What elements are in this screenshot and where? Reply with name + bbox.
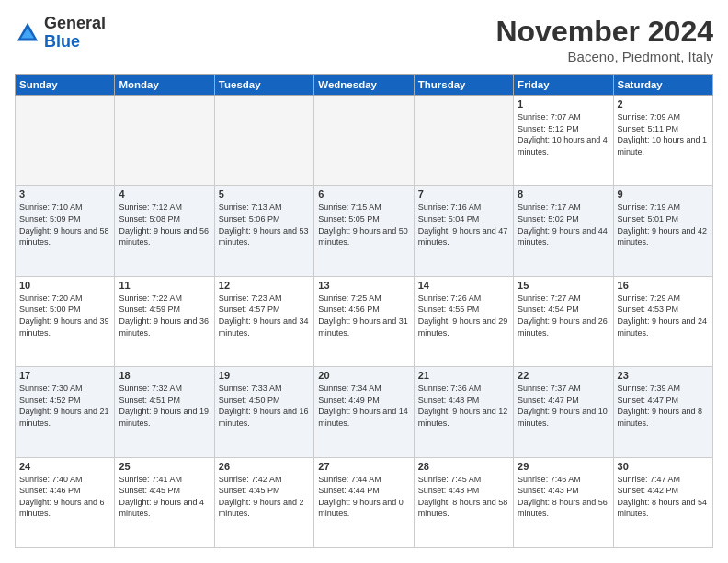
calendar-cell-0-3 xyxy=(314,96,414,186)
day-info: Sunrise: 7:20 AMSunset: 5:00 PMDaylight:… xyxy=(19,293,110,339)
day-info: Sunrise: 7:25 AMSunset: 4:56 PMDaylight:… xyxy=(318,293,409,339)
calendar-cell-3-5: 22Sunrise: 7:37 AMSunset: 4:47 PMDayligh… xyxy=(514,367,613,457)
calendar-cell-3-1: 18Sunrise: 7:32 AMSunset: 4:51 PMDayligh… xyxy=(115,367,214,457)
day-info: Sunrise: 7:30 AMSunset: 4:52 PMDaylight:… xyxy=(19,383,110,429)
col-thursday: Thursday xyxy=(414,75,513,96)
col-friday: Friday xyxy=(514,75,613,96)
calendar-cell-4-3: 27Sunrise: 7:44 AMSunset: 4:44 PMDayligh… xyxy=(314,457,414,547)
day-info: Sunrise: 7:42 AMSunset: 4:45 PMDaylight:… xyxy=(219,474,310,520)
day-info: Sunrise: 7:46 AMSunset: 4:43 PMDaylight:… xyxy=(518,474,609,520)
week-row-3: 10Sunrise: 7:20 AMSunset: 5:00 PMDayligh… xyxy=(16,276,713,366)
day-number: 21 xyxy=(418,370,509,381)
day-info: Sunrise: 7:32 AMSunset: 4:51 PMDaylight:… xyxy=(119,383,210,429)
calendar-cell-3-0: 17Sunrise: 7:30 AMSunset: 4:52 PMDayligh… xyxy=(16,367,115,457)
calendar-cell-3-6: 23Sunrise: 7:39 AMSunset: 4:47 PMDayligh… xyxy=(613,367,712,457)
calendar-cell-1-6: 9Sunrise: 7:19 AMSunset: 5:01 PMDaylight… xyxy=(613,186,712,276)
calendar-cell-2-5: 15Sunrise: 7:27 AMSunset: 4:54 PMDayligh… xyxy=(514,276,613,366)
col-sunday: Sunday xyxy=(16,75,115,96)
day-info: Sunrise: 7:07 AMSunset: 5:12 PMDaylight:… xyxy=(518,111,609,157)
day-info: Sunrise: 7:16 AMSunset: 5:04 PMDaylight:… xyxy=(418,201,509,247)
day-info: Sunrise: 7:19 AMSunset: 5:01 PMDaylight:… xyxy=(618,201,709,247)
day-info: Sunrise: 7:44 AMSunset: 4:44 PMDaylight:… xyxy=(318,474,409,520)
day-number: 12 xyxy=(219,280,310,291)
calendar-cell-2-4: 14Sunrise: 7:26 AMSunset: 4:55 PMDayligh… xyxy=(414,276,513,366)
calendar-cell-2-2: 12Sunrise: 7:23 AMSunset: 4:57 PMDayligh… xyxy=(214,276,313,366)
day-number: 4 xyxy=(119,189,210,200)
calendar-table: Sunday Monday Tuesday Wednesday Thursday… xyxy=(15,74,713,548)
calendar-cell-4-0: 24Sunrise: 7:40 AMSunset: 4:46 PMDayligh… xyxy=(16,457,115,547)
calendar-cell-0-4 xyxy=(414,96,513,186)
calendar-cell-0-0 xyxy=(16,96,115,186)
calendar-page: General Blue November 2024 Baceno, Piedm… xyxy=(0,0,728,563)
day-info: Sunrise: 7:27 AMSunset: 4:54 PMDaylight:… xyxy=(518,293,609,339)
day-number: 19 xyxy=(219,370,310,381)
calendar-cell-0-5: 1Sunrise: 7:07 AMSunset: 5:12 PMDaylight… xyxy=(514,96,613,186)
day-number: 3 xyxy=(19,189,110,200)
day-info: Sunrise: 7:12 AMSunset: 5:08 PMDaylight:… xyxy=(119,201,210,247)
day-info: Sunrise: 7:26 AMSunset: 4:55 PMDaylight:… xyxy=(418,293,509,339)
day-number: 5 xyxy=(219,189,310,200)
day-number: 24 xyxy=(19,461,110,472)
day-info: Sunrise: 7:41 AMSunset: 4:45 PMDaylight:… xyxy=(119,474,210,520)
week-row-2: 3Sunrise: 7:10 AMSunset: 5:09 PMDaylight… xyxy=(16,186,713,276)
calendar-cell-2-3: 13Sunrise: 7:25 AMSunset: 4:56 PMDayligh… xyxy=(314,276,414,366)
day-info: Sunrise: 7:47 AMSunset: 4:42 PMDaylight:… xyxy=(618,474,709,520)
day-info: Sunrise: 7:37 AMSunset: 4:47 PMDaylight:… xyxy=(518,383,609,429)
day-info: Sunrise: 7:09 AMSunset: 5:11 PMDaylight:… xyxy=(618,111,709,157)
day-number: 11 xyxy=(119,280,210,291)
calendar-cell-3-4: 21Sunrise: 7:36 AMSunset: 4:48 PMDayligh… xyxy=(414,367,513,457)
calendar-cell-4-5: 29Sunrise: 7:46 AMSunset: 4:43 PMDayligh… xyxy=(514,457,613,547)
day-number: 23 xyxy=(618,370,709,381)
calendar-cell-4-4: 28Sunrise: 7:45 AMSunset: 4:43 PMDayligh… xyxy=(414,457,513,547)
logo-blue-text: Blue xyxy=(44,32,80,51)
week-row-5: 24Sunrise: 7:40 AMSunset: 4:46 PMDayligh… xyxy=(16,457,713,547)
day-number: 27 xyxy=(318,461,409,472)
day-info: Sunrise: 7:34 AMSunset: 4:49 PMDaylight:… xyxy=(318,383,409,429)
day-number: 1 xyxy=(518,98,609,109)
day-number: 15 xyxy=(518,280,609,291)
calendar-cell-0-1 xyxy=(115,96,214,186)
day-number: 16 xyxy=(618,280,709,291)
day-number: 22 xyxy=(518,370,609,381)
day-number: 30 xyxy=(618,461,709,472)
calendar-header-row: Sunday Monday Tuesday Wednesday Thursday… xyxy=(16,75,713,96)
col-monday: Monday xyxy=(115,75,214,96)
day-number: 17 xyxy=(19,370,110,381)
calendar-cell-2-1: 11Sunrise: 7:22 AMSunset: 4:59 PMDayligh… xyxy=(115,276,214,366)
day-number: 25 xyxy=(119,461,210,472)
calendar-cell-1-1: 4Sunrise: 7:12 AMSunset: 5:08 PMDaylight… xyxy=(115,186,214,276)
day-info: Sunrise: 7:33 AMSunset: 4:50 PMDaylight:… xyxy=(219,383,310,429)
logo-general-text: General xyxy=(44,14,106,32)
week-row-4: 17Sunrise: 7:30 AMSunset: 4:52 PMDayligh… xyxy=(16,367,713,457)
calendar-cell-3-3: 20Sunrise: 7:34 AMSunset: 4:49 PMDayligh… xyxy=(314,367,414,457)
header: General Blue November 2024 Baceno, Piedm… xyxy=(15,15,713,64)
day-number: 20 xyxy=(318,370,409,381)
calendar-cell-2-0: 10Sunrise: 7:20 AMSunset: 5:00 PMDayligh… xyxy=(16,276,115,366)
day-info: Sunrise: 7:36 AMSunset: 4:48 PMDaylight:… xyxy=(418,383,509,429)
day-number: 13 xyxy=(318,280,409,291)
title-block: November 2024 Baceno, Piedmont, Italy xyxy=(495,15,713,64)
day-info: Sunrise: 7:29 AMSunset: 4:53 PMDaylight:… xyxy=(618,293,709,339)
month-title: November 2024 xyxy=(495,15,713,49)
day-number: 7 xyxy=(418,189,509,200)
calendar-cell-1-0: 3Sunrise: 7:10 AMSunset: 5:09 PMDaylight… xyxy=(16,186,115,276)
calendar-cell-1-2: 5Sunrise: 7:13 AMSunset: 5:06 PMDaylight… xyxy=(214,186,313,276)
day-info: Sunrise: 7:17 AMSunset: 5:02 PMDaylight:… xyxy=(518,201,609,247)
col-saturday: Saturday xyxy=(613,75,712,96)
day-info: Sunrise: 7:39 AMSunset: 4:47 PMDaylight:… xyxy=(618,383,709,429)
day-info: Sunrise: 7:45 AMSunset: 4:43 PMDaylight:… xyxy=(418,474,509,520)
day-info: Sunrise: 7:23 AMSunset: 4:57 PMDaylight:… xyxy=(219,293,310,339)
day-number: 14 xyxy=(418,280,509,291)
day-info: Sunrise: 7:13 AMSunset: 5:06 PMDaylight:… xyxy=(219,201,310,247)
day-number: 8 xyxy=(518,189,609,200)
calendar-cell-0-2 xyxy=(214,96,313,186)
day-number: 26 xyxy=(219,461,310,472)
calendar-cell-3-2: 19Sunrise: 7:33 AMSunset: 4:50 PMDayligh… xyxy=(214,367,313,457)
day-info: Sunrise: 7:10 AMSunset: 5:09 PMDaylight:… xyxy=(19,201,110,247)
calendar-cell-1-4: 7Sunrise: 7:16 AMSunset: 5:04 PMDaylight… xyxy=(414,186,513,276)
day-number: 2 xyxy=(618,98,709,109)
day-number: 28 xyxy=(418,461,509,472)
day-number: 6 xyxy=(318,189,409,200)
logo-icon xyxy=(15,20,40,46)
day-number: 29 xyxy=(518,461,609,472)
